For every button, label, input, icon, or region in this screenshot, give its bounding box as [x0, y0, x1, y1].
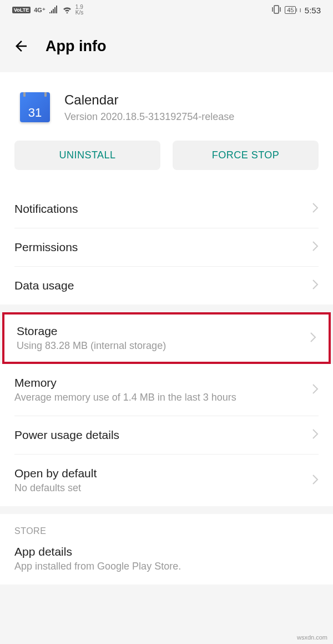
chevron-right-icon	[312, 428, 319, 442]
app-version: Version 2020.18.5-313192754-release	[64, 111, 319, 123]
row-data-usage[interactable]: Data usage	[0, 267, 333, 304]
row-subtitle: App installed from Google Play Store.	[14, 561, 319, 572]
row-notifications[interactable]: Notifications	[0, 190, 333, 228]
row-title: Power usage details	[14, 428, 312, 442]
wifi-icon	[62, 6, 72, 15]
chevron-right-icon	[312, 474, 319, 487]
row-title: App details	[14, 545, 319, 558]
chevron-right-icon	[312, 241, 319, 254]
net-speed: 1.9 K/s	[75, 4, 83, 16]
action-row: UNINSTALL FORCE STOP	[0, 141, 333, 190]
row-title: Data usage	[14, 279, 312, 292]
status-left: VoLTE 4G⁺ 1.9 K/s	[12, 4, 83, 16]
row-memory[interactable]: Memory Average memory use of 1.4 MB in t…	[0, 364, 333, 416]
clock: 5:53	[305, 6, 321, 15]
row-title: Notifications	[14, 202, 312, 216]
chevron-right-icon	[312, 279, 319, 292]
calendar-app-icon: 31	[20, 92, 50, 122]
chevron-right-icon	[312, 383, 319, 397]
row-power-usage[interactable]: Power usage details	[0, 416, 333, 454]
back-icon[interactable]	[12, 37, 30, 55]
watermark: wsxdn.com	[297, 634, 327, 641]
row-title: Storage	[17, 325, 310, 338]
network-type: 4G⁺	[34, 7, 46, 14]
vibrate-icon	[271, 5, 281, 16]
signal-icon	[49, 6, 59, 15]
header: App info	[0, 20, 333, 72]
bt-nfc-icon: ı	[299, 6, 301, 14]
status-right: 45 ı 5:53	[271, 5, 321, 16]
force-stop-button[interactable]: FORCE STOP	[173, 141, 319, 170]
row-permissions[interactable]: Permissions	[0, 228, 333, 266]
highlight-storage: Storage Using 83.28 MB (internal storage…	[2, 312, 331, 364]
row-subtitle: No defaults set	[14, 482, 312, 494]
row-subtitle: Using 83.28 MB (internal storage)	[17, 340, 310, 352]
page-title: App info	[46, 38, 106, 55]
row-open-by-default[interactable]: Open by default No defaults set	[0, 455, 333, 506]
chevron-right-icon	[310, 332, 316, 345]
row-title: Memory	[14, 376, 312, 390]
row-app-details[interactable]: App details App installed from Google Pl…	[0, 541, 333, 585]
uninstall-button[interactable]: UNINSTALL	[14, 141, 160, 170]
status-bar: VoLTE 4G⁺ 1.9 K/s 45 ı 5:53	[0, 0, 333, 20]
app-header: 31 Calendar Version 2020.18.5-313192754-…	[0, 72, 333, 141]
chevron-right-icon	[312, 202, 319, 216]
battery-icon: 45	[285, 6, 296, 14]
svg-rect-0	[274, 6, 279, 13]
row-title: Permissions	[14, 241, 312, 254]
row-storage[interactable]: Storage Using 83.28 MB (internal storage…	[4, 314, 329, 362]
section-store-label: STORE	[0, 514, 333, 541]
row-title: Open by default	[14, 467, 312, 480]
app-name: Calendar	[64, 92, 319, 108]
row-subtitle: Average memory use of 1.4 MB in the last…	[14, 392, 312, 403]
volte-badge: VoLTE	[12, 7, 31, 13]
